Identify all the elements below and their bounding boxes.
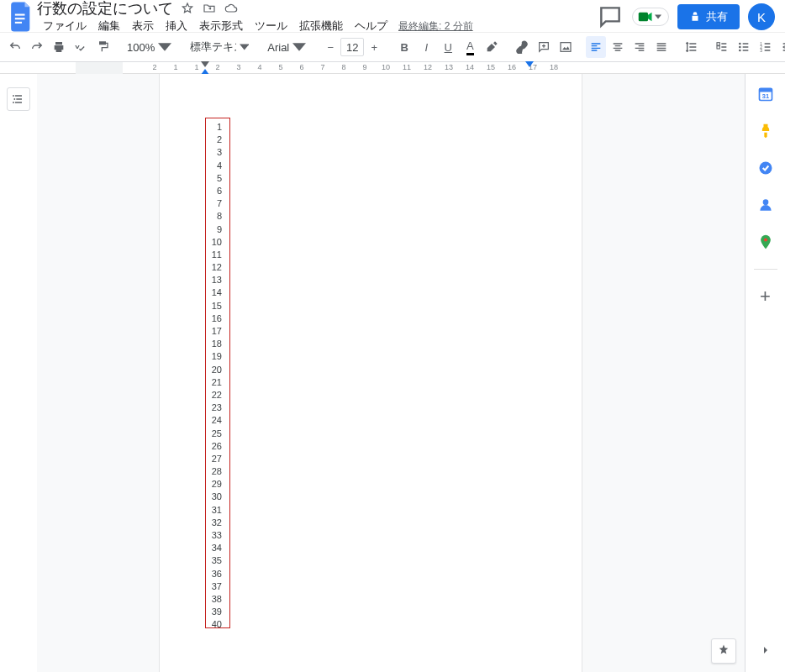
document-line[interactable]: 13 <box>207 274 222 286</box>
document-line[interactable]: 17 <box>207 325 222 338</box>
contacts-icon[interactable] <box>751 190 781 220</box>
document-line[interactable]: 18 <box>207 338 222 350</box>
comment-history-button[interactable] <box>597 3 624 30</box>
undo-button[interactable] <box>5 36 25 58</box>
document-line[interactable]: 38 <box>207 593 222 606</box>
numbered-list-button[interactable]: 123 <box>756 36 776 58</box>
document-line[interactable]: 30 <box>207 491 222 503</box>
document-canvas[interactable]: 1234567891011121314151617181920212223242… <box>37 74 745 672</box>
document-line[interactable]: 27 <box>207 453 222 465</box>
document-line[interactable]: 10 <box>207 236 222 249</box>
document-line[interactable]: 21 <box>207 376 222 389</box>
document-line[interactable]: 9 <box>207 223 222 236</box>
document-line[interactable]: 24 <box>207 414 222 427</box>
maps-icon[interactable] <box>751 227 781 257</box>
document-line[interactable]: 28 <box>207 465 222 478</box>
document-line[interactable]: 31 <box>207 504 222 517</box>
document-line[interactable]: 35 <box>207 554 222 567</box>
align-right-button[interactable] <box>630 36 650 58</box>
document-line[interactable]: 8 <box>207 210 222 223</box>
account-avatar[interactable]: K <box>748 3 775 30</box>
share-button[interactable]: 共有 <box>677 4 740 29</box>
spellcheck-button[interactable] <box>71 36 91 58</box>
document-line[interactable]: 5 <box>207 172 222 185</box>
paragraph-style-select[interactable]: 標準テキス... <box>186 37 253 57</box>
document-title[interactable]: 行数の設定について <box>37 0 173 18</box>
align-justify-button[interactable] <box>651 36 672 58</box>
page-1[interactable]: 1234567891011121314151617181920212223242… <box>160 74 582 672</box>
document-line[interactable]: 22 <box>207 389 222 402</box>
insert-image-button[interactable] <box>556 36 576 58</box>
highlight-color-button[interactable] <box>482 36 502 58</box>
first-line-indent-marker[interactable] <box>201 61 209 67</box>
text-color-button[interactable]: A <box>460 36 480 58</box>
font-family-select[interactable]: Arial <box>263 37 310 57</box>
bold-button[interactable]: B <box>394 36 414 58</box>
meet-button[interactable] <box>632 8 669 26</box>
document-line[interactable]: 4 <box>207 160 222 172</box>
document-line[interactable]: 39 <box>207 606 222 618</box>
document-line[interactable]: 34 <box>207 542 222 554</box>
keep-icon[interactable] <box>751 116 781 146</box>
italic-button[interactable]: I <box>416 36 436 58</box>
menu-tools[interactable]: ツール <box>249 17 293 35</box>
menu-view[interactable]: 表示 <box>126 17 160 35</box>
explore-button[interactable] <box>711 638 736 664</box>
insert-comment-button[interactable] <box>534 36 554 58</box>
menu-addons[interactable]: 拡張機能 <box>293 17 349 35</box>
menu-file[interactable]: ファイル <box>37 17 92 35</box>
paint-format-button[interactable] <box>92 36 113 58</box>
get-addons-button[interactable]: + <box>751 281 781 312</box>
insert-link-button[interactable] <box>512 36 532 58</box>
document-line[interactable]: 16 <box>207 312 222 325</box>
document-line[interactable]: 1 <box>207 121 222 134</box>
bulleted-list-button[interactable] <box>734 36 754 58</box>
menu-insert[interactable]: 挿入 <box>160 17 193 35</box>
document-line[interactable]: 6 <box>207 185 222 197</box>
document-text[interactable]: 1234567891011121314151617181920212223242… <box>207 121 222 632</box>
zoom-select[interactable]: 100% <box>123 37 176 57</box>
document-line[interactable]: 11 <box>207 249 222 261</box>
document-line[interactable]: 32 <box>207 517 222 529</box>
document-outline-button[interactable] <box>7 87 30 111</box>
document-line[interactable]: 3 <box>207 146 222 159</box>
docs-logo[interactable] <box>7 2 37 32</box>
menu-format[interactable]: 表示形式 <box>193 17 249 35</box>
document-line[interactable]: 26 <box>207 440 222 453</box>
menu-help[interactable]: ヘルプ <box>349 17 393 35</box>
decrease-indent-button[interactable] <box>777 36 785 58</box>
align-left-button[interactable] <box>586 36 606 58</box>
horizontal-ruler[interactable]: 21123456789101112131415161718 <box>0 62 785 74</box>
move-folder-icon[interactable] <box>202 1 217 16</box>
last-edit-link[interactable]: 最終編集: 2 分前 <box>398 19 473 34</box>
underline-button[interactable]: U <box>438 36 458 58</box>
document-line[interactable]: 40 <box>207 618 222 631</box>
menu-edit[interactable]: 編集 <box>92 17 126 35</box>
tasks-icon[interactable] <box>751 153 781 183</box>
document-line[interactable]: 29 <box>207 478 222 491</box>
document-line[interactable]: 23 <box>207 402 222 414</box>
decrease-font-size-button[interactable]: − <box>320 36 340 58</box>
document-line[interactable]: 14 <box>207 286 222 299</box>
line-spacing-button[interactable] <box>682 36 702 58</box>
document-line[interactable]: 12 <box>207 261 222 274</box>
hide-side-panel-button[interactable] <box>751 635 781 665</box>
cloud-done-icon[interactable] <box>224 1 239 16</box>
document-line[interactable]: 15 <box>207 300 222 312</box>
redo-button[interactable] <box>27 36 47 58</box>
increase-font-size-button[interactable]: + <box>364 36 384 58</box>
calendar-icon[interactable]: 31 <box>751 79 781 109</box>
star-icon[interactable] <box>180 1 195 16</box>
document-line[interactable]: 2 <box>207 134 222 146</box>
document-line[interactable]: 33 <box>207 529 222 542</box>
align-center-button[interactable] <box>608 36 628 58</box>
checklist-button[interactable] <box>712 36 732 58</box>
document-line[interactable]: 25 <box>207 428 222 440</box>
print-button[interactable] <box>49 36 69 58</box>
font-size-input[interactable] <box>340 38 364 56</box>
right-indent-marker[interactable] <box>525 61 534 67</box>
document-line[interactable]: 20 <box>207 364 222 376</box>
document-line[interactable]: 19 <box>207 350 222 363</box>
document-line[interactable]: 36 <box>207 568 222 580</box>
document-line[interactable]: 7 <box>207 197 222 210</box>
